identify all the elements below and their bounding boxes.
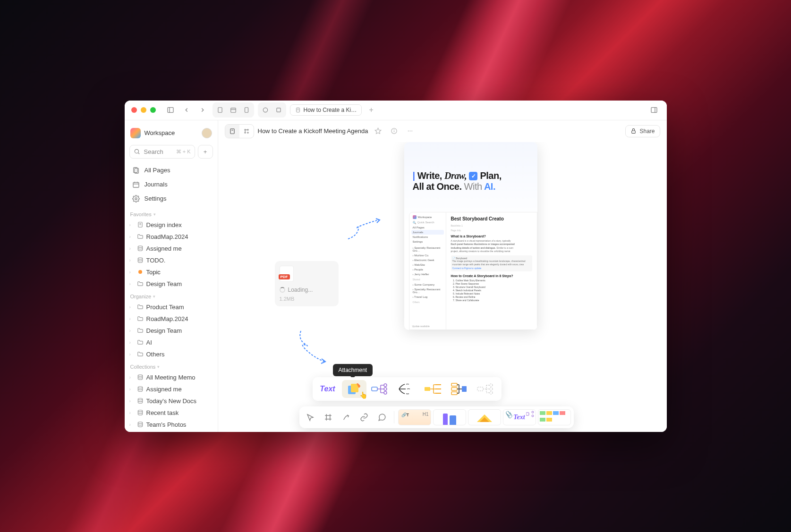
tags-section-title[interactable]: Tags bbox=[125, 431, 218, 432]
close-window[interactable] bbox=[131, 107, 137, 113]
svg-point-37 bbox=[247, 132, 248, 133]
traffic-lights bbox=[131, 107, 156, 113]
canvas-toolbar: 🔗TH1 📎Text bbox=[299, 406, 574, 428]
svg-point-64 bbox=[490, 388, 493, 390]
svg-point-52 bbox=[384, 388, 387, 390]
shape-mindmap-1[interactable] bbox=[368, 380, 393, 398]
search-shortcut: ⌘ + K bbox=[176, 149, 191, 155]
svg-rect-62 bbox=[477, 387, 483, 391]
sidebar-item[interactable]: ›RoadMap.2024 bbox=[125, 313, 218, 325]
svg-point-27 bbox=[138, 375, 142, 377]
new-tab-button[interactable]: + bbox=[366, 104, 377, 116]
shape-text[interactable]: Text bbox=[315, 380, 340, 398]
favorite-star-icon[interactable] bbox=[372, 125, 384, 137]
sidebar-item[interactable]: ›All Meeting Memo bbox=[125, 372, 218, 383]
nav-all-pages[interactable]: All Pages bbox=[125, 163, 218, 177]
sidebar-item[interactable]: ›Topic bbox=[125, 266, 218, 278]
canvas[interactable]: Loading... 1.2MB | Write, Draw, ✓ Plan, … bbox=[218, 142, 667, 432]
hero-card[interactable]: | Write, Draw, ✓ Plan, All at Once. With… bbox=[404, 142, 537, 330]
svg-rect-11 bbox=[651, 108, 657, 113]
shape-mindmap-4[interactable] bbox=[448, 380, 472, 398]
view-board-icon[interactable] bbox=[259, 104, 272, 116]
tool-frame[interactable] bbox=[320, 409, 336, 425]
tool-comment[interactable] bbox=[374, 409, 390, 425]
hero-headline-2: All at Once. With AI. bbox=[413, 181, 529, 192]
template-preview-5[interactable] bbox=[538, 409, 571, 425]
svg-rect-47 bbox=[632, 131, 636, 133]
more-icon[interactable] bbox=[404, 125, 416, 137]
maximize-window[interactable] bbox=[150, 107, 156, 113]
shape-attachment[interactable]: 👆 bbox=[342, 380, 366, 398]
pdf-icon bbox=[280, 266, 294, 282]
info-icon[interactable] bbox=[388, 125, 400, 137]
sidebar-item[interactable]: ›TODO. bbox=[125, 254, 218, 266]
sidebar-item[interactable]: ›RoadMap.2024 bbox=[125, 231, 218, 243]
template-preview-2[interactable] bbox=[433, 409, 466, 425]
view-calendar-icon[interactable] bbox=[227, 104, 239, 116]
sidebar-item[interactable]: ›Design Team bbox=[125, 278, 218, 290]
organize-section-title[interactable]: Organize bbox=[125, 290, 218, 301]
shape-mindmap-5[interactable] bbox=[474, 380, 499, 398]
sidebar-item[interactable]: ›Assigned me bbox=[125, 383, 218, 395]
tool-connector[interactable] bbox=[338, 409, 354, 425]
pdf-attachment-card[interactable]: Loading... 1.2MB bbox=[275, 261, 339, 306]
view-card-icon[interactable] bbox=[272, 104, 285, 116]
sidebar-item[interactable]: ›Product Team bbox=[125, 301, 218, 313]
nav-back-button[interactable] bbox=[180, 104, 193, 116]
svg-marker-40 bbox=[375, 128, 381, 134]
mini-app-preview: Workspace 🔍Quick Search All PagesJournal… bbox=[409, 212, 537, 330]
mode-page[interactable] bbox=[225, 125, 239, 138]
user-avatar[interactable] bbox=[202, 128, 212, 138]
titlebar: How to Create a Ki… + bbox=[125, 101, 667, 120]
hero-headline-1: | Write, Draw, ✓ Plan, bbox=[413, 170, 529, 181]
app-window: How to Create a Ki… + Workspace Search ⌘… bbox=[125, 101, 667, 432]
tool-select[interactable] bbox=[302, 409, 318, 425]
template-preview-3[interactable] bbox=[468, 409, 501, 425]
nav-forward-button[interactable] bbox=[196, 104, 209, 116]
collections-section-title[interactable]: Collections bbox=[125, 360, 218, 372]
tool-link[interactable] bbox=[356, 409, 372, 425]
tab-label: How to Create a Ki… bbox=[304, 107, 357, 113]
sidebar-item[interactable]: ›Today's New Docs bbox=[125, 395, 218, 407]
sidebar-item[interactable]: ›Recent task bbox=[125, 407, 218, 419]
arrow-sketch-1 bbox=[346, 218, 383, 241]
shape-mindmap-2[interactable] bbox=[395, 380, 419, 398]
nav-journals[interactable]: Journals bbox=[125, 177, 218, 192]
svg-point-72 bbox=[532, 415, 534, 417]
svg-rect-59 bbox=[451, 383, 457, 386]
template-preview-1[interactable]: 🔗TH1 bbox=[398, 409, 431, 425]
minimize-window[interactable] bbox=[141, 107, 146, 113]
main-area: How to Create a Kickoff Meeting Agenda S… bbox=[218, 120, 667, 432]
template-preview-4[interactable]: 📎Text bbox=[503, 409, 536, 425]
new-page-button[interactable]: + bbox=[198, 145, 213, 159]
mode-edgeless[interactable] bbox=[239, 125, 254, 138]
sidebar-item[interactable]: ›Design index bbox=[125, 219, 218, 231]
tooltip: Attachment bbox=[333, 364, 373, 376]
view-page-icon[interactable] bbox=[214, 104, 226, 116]
svg-rect-50 bbox=[372, 387, 377, 391]
view-doc-icon[interactable] bbox=[240, 104, 253, 116]
sidebar-item[interactable]: ›Design Team bbox=[125, 325, 218, 337]
svg-point-6 bbox=[263, 108, 267, 112]
nav-settings[interactable]: Settings bbox=[125, 192, 218, 206]
svg-point-31 bbox=[138, 422, 142, 424]
search-input[interactable]: Search ⌘ + K bbox=[129, 145, 195, 159]
svg-point-53 bbox=[384, 391, 387, 394]
sidebar-item[interactable]: ›Assigned me bbox=[125, 243, 218, 254]
sidebar-item[interactable]: ›Others bbox=[125, 348, 218, 360]
document-title: How to Create a Kickoff Meeting Agenda bbox=[258, 127, 368, 135]
sidebar-item[interactable]: ›AI bbox=[125, 337, 218, 348]
shape-mindmap-3[interactable] bbox=[421, 380, 446, 398]
document-tab[interactable]: How to Create a Ki… bbox=[290, 104, 362, 116]
shape-picker: Text 👆 bbox=[313, 377, 502, 401]
svg-rect-58 bbox=[462, 386, 467, 392]
favorites-section-title[interactable]: Favorites bbox=[125, 208, 218, 219]
sidebar-item[interactable]: ›Team's Photos bbox=[125, 419, 218, 431]
svg-rect-17 bbox=[133, 182, 139, 187]
sidebar-toggle-icon[interactable] bbox=[164, 104, 177, 116]
lock-icon bbox=[630, 128, 637, 134]
workspace-header[interactable]: Workspace bbox=[125, 124, 218, 142]
share-button[interactable]: Share bbox=[625, 125, 660, 137]
panel-toggle-icon[interactable] bbox=[648, 104, 660, 116]
svg-point-65 bbox=[490, 391, 493, 394]
